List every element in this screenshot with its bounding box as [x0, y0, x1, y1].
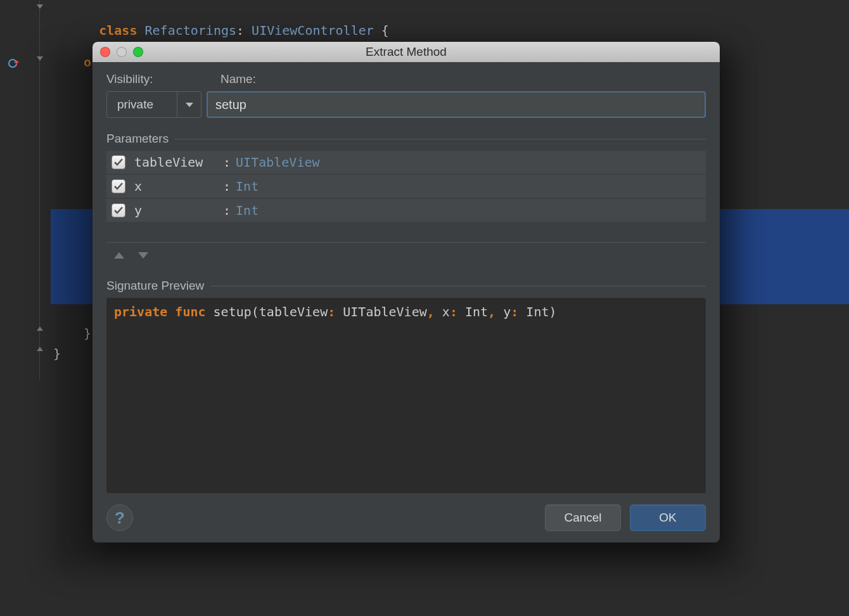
minimize-icon[interactable]: [117, 47, 127, 57]
svg-point-0: [9, 60, 16, 67]
parameters-label: Parameters: [106, 132, 169, 146]
parameter-row[interactable]: y : Int: [106, 199, 706, 223]
parameter-checkbox[interactable]: [112, 203, 125, 217]
move-down-button[interactable]: [138, 252, 148, 259]
parameter-name: x: [134, 179, 223, 194]
visibility-value: private: [107, 92, 177, 117]
parameters-toolbar: [106, 242, 706, 267]
cancel-button[interactable]: Cancel: [545, 504, 621, 531]
punct: :: [223, 155, 231, 170]
punct: {: [381, 23, 389, 38]
parameter-type: Int: [236, 203, 259, 218]
dialog-titlebar[interactable]: Extract Method: [93, 42, 720, 62]
visibility-label: Visibility:: [106, 72, 208, 86]
class-name: Refactorings: [145, 23, 237, 38]
superclass: UIViewController: [252, 23, 374, 38]
parameter-checkbox[interactable]: [112, 179, 125, 193]
visibility-caret[interactable]: [177, 92, 201, 117]
parameters-table: tableView : UITableView x : Int y : Int: [106, 151, 706, 242]
fold-toggle-icon[interactable]: [35, 4, 44, 13]
parameter-row[interactable]: x : Int: [106, 175, 706, 199]
gutter-override-icon[interactable]: [6, 56, 22, 71]
fold-toggle-icon[interactable]: [35, 326, 44, 335]
dialog-body: Visibility: Name: private Parameters tab…: [93, 62, 720, 542]
chevron-down-icon: [186, 103, 193, 107]
parameter-type: Int: [236, 179, 259, 194]
divider: [210, 286, 706, 286]
close-icon[interactable]: [100, 47, 110, 57]
fold-toggle-icon[interactable]: [35, 56, 44, 65]
move-up-button[interactable]: [114, 252, 124, 259]
punct: :: [223, 203, 231, 218]
parameter-type: UITableView: [236, 155, 319, 170]
extract-method-dialog: Extract Method Visibility: Name: private…: [93, 42, 720, 542]
dialog-title: Extract Method: [366, 45, 447, 59]
punct: :: [236, 23, 244, 38]
zoom-icon[interactable]: [133, 47, 143, 57]
visibility-combo[interactable]: private: [106, 91, 201, 118]
keyword: class: [99, 23, 137, 38]
signature-preview: private func setup(tableView: UITableVie…: [106, 298, 706, 493]
fold-toggle-icon[interactable]: [35, 346, 44, 355]
name-label: Name:: [220, 72, 256, 86]
parameter-checkbox[interactable]: [112, 155, 125, 169]
signature-preview-label: Signature Preview: [106, 279, 204, 293]
ok-button[interactable]: OK: [630, 504, 706, 531]
method-name-input[interactable]: [207, 91, 706, 118]
window-controls: [100, 47, 143, 57]
parameter-name: tableView: [134, 155, 223, 170]
parameter-row[interactable]: tableView : UITableView: [106, 151, 706, 175]
punct: :: [223, 179, 231, 194]
divider: [175, 139, 706, 139]
help-button[interactable]: ?: [106, 504, 133, 531]
parameter-name: y: [134, 203, 223, 218]
